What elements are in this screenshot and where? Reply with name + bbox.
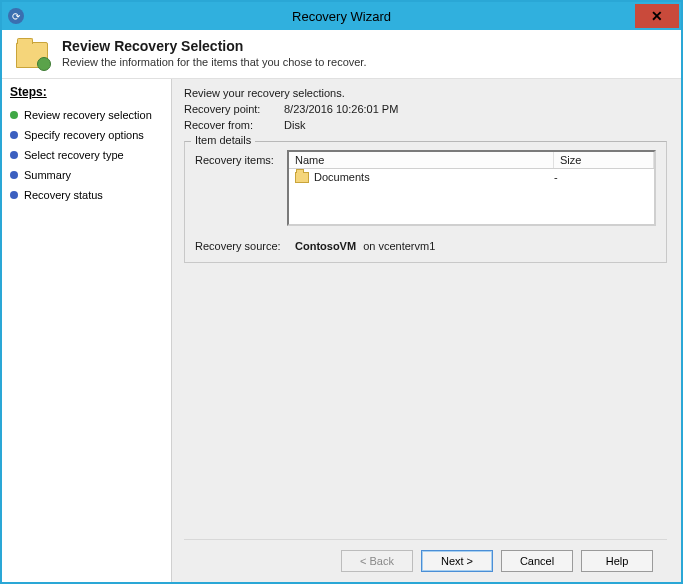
item-name: Documents (314, 171, 554, 183)
step-recovery-status[interactable]: Recovery status (10, 185, 163, 205)
step-bullet-icon (10, 111, 18, 119)
column-size[interactable]: Size (554, 152, 654, 168)
recovery-items-list[interactable]: Name Size Documents - (287, 150, 656, 226)
close-button[interactable]: ✕ (635, 4, 679, 28)
step-bullet-icon (10, 151, 18, 159)
folder-icon (295, 172, 309, 183)
step-summary[interactable]: Summary (10, 165, 163, 185)
step-bullet-icon (10, 131, 18, 139)
back-button[interactable]: < Back (341, 550, 413, 572)
steps-heading: Steps: (10, 85, 163, 99)
app-icon: ⟳ (8, 8, 24, 24)
step-specify-recovery-options[interactable]: Specify recovery options (10, 125, 163, 145)
recovery-source-value: ContosoVM on vcentervm1 (295, 240, 435, 252)
recovery-items-label: Recovery items: (195, 150, 287, 166)
recover-from-value: Disk (284, 119, 305, 131)
folder-recover-icon (16, 42, 48, 68)
review-intro: Review your recovery selections. (184, 87, 345, 99)
item-details-legend: Item details (191, 134, 255, 146)
step-label: Summary (24, 169, 71, 181)
steps-sidebar: Steps: Review recovery selection Specify… (2, 79, 172, 582)
wizard-body: Steps: Review recovery selection Specify… (2, 79, 681, 582)
step-label: Review recovery selection (24, 109, 152, 121)
window-title: Recovery Wizard (2, 9, 681, 24)
next-button[interactable]: Next > (421, 550, 493, 572)
list-item[interactable]: Documents - (289, 169, 654, 185)
recovery-source-name: ContosoVM (295, 240, 356, 252)
help-button[interactable]: Help (581, 550, 653, 572)
item-details-group: Item details Recovery items: Name Size D… (184, 141, 667, 263)
step-bullet-icon (10, 191, 18, 199)
recovery-wizard-window: ⟳ Recovery Wizard ✕ Review Recovery Sele… (0, 0, 683, 584)
page-title: Review Recovery Selection (62, 38, 366, 54)
step-label: Select recovery type (24, 149, 124, 161)
recovery-point-label: Recovery point: (184, 103, 284, 115)
step-label: Recovery status (24, 189, 103, 201)
column-name[interactable]: Name (289, 152, 554, 168)
cancel-button[interactable]: Cancel (501, 550, 573, 572)
list-header: Name Size (289, 152, 654, 169)
recovery-source-host: on vcentervm1 (363, 240, 435, 252)
item-size: - (554, 171, 648, 183)
titlebar: ⟳ Recovery Wizard ✕ (2, 2, 681, 30)
step-label: Specify recovery options (24, 129, 144, 141)
wizard-header: Review Recovery Selection Review the inf… (2, 30, 681, 79)
page-subtitle: Review the information for the items tha… (62, 56, 366, 68)
step-review-recovery-selection[interactable]: Review recovery selection (10, 105, 163, 125)
step-select-recovery-type[interactable]: Select recovery type (10, 145, 163, 165)
step-bullet-icon (10, 171, 18, 179)
recovery-source-label: Recovery source: (195, 240, 295, 252)
recovery-point-value: 8/23/2016 10:26:01 PM (284, 103, 398, 115)
wizard-footer: < Back Next > Cancel Help (184, 539, 667, 582)
wizard-main: Review your recovery selections. Recover… (172, 79, 681, 582)
recover-from-label: Recover from: (184, 119, 284, 131)
